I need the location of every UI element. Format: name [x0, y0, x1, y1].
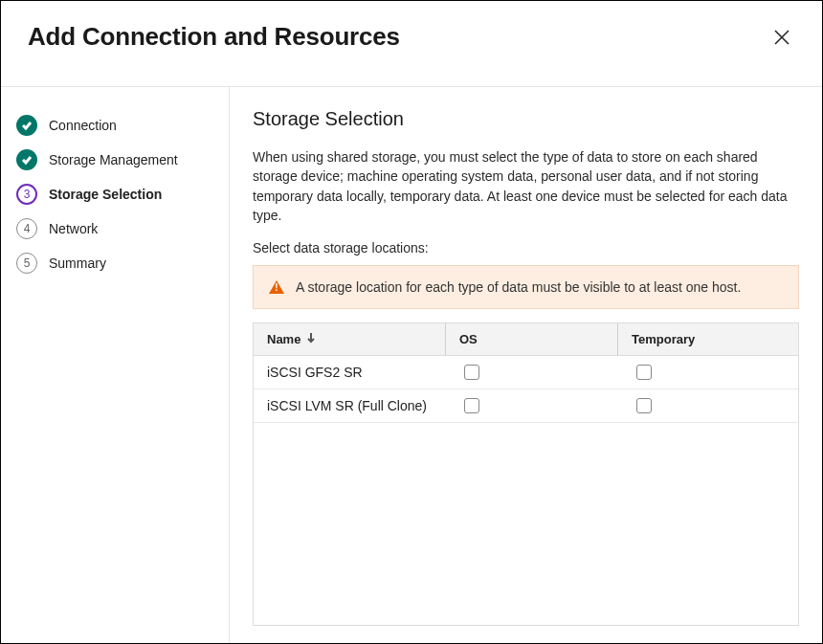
step-connection[interactable]: Connection	[16, 108, 215, 143]
warning-banner: A storage location for each type of data…	[253, 265, 799, 309]
table-header: Name OS Temporary	[254, 323, 798, 356]
step-number-icon: 4	[16, 218, 37, 239]
temp-checkbox[interactable]	[636, 365, 652, 380]
column-header-name[interactable]: Name	[254, 323, 445, 355]
column-header-os[interactable]: OS	[445, 323, 617, 355]
warning-text: A storage location for each type of data…	[296, 279, 741, 295]
temp-checkbox[interactable]	[636, 398, 652, 413]
cell-name: iSCSI GFS2 SR	[254, 356, 445, 389]
check-icon	[16, 149, 37, 170]
page-heading: Storage Selection	[253, 108, 799, 130]
main-panel: Storage Selection When using shared stor…	[230, 87, 822, 643]
titlebar: Add Connection and Resources	[1, 1, 822, 86]
close-icon	[772, 28, 791, 47]
table-body: iSCSI GFS2 SR iSCSI LVM SR (Full Clone)	[254, 356, 798, 625]
table-row: iSCSI GFS2 SR	[254, 356, 798, 389]
cell-temp	[617, 389, 798, 422]
step-storage-selection[interactable]: 3 Storage Selection	[16, 177, 215, 211]
close-button[interactable]	[768, 24, 795, 51]
dialog-body: Connection Storage Management 3 Storage …	[1, 86, 822, 643]
os-checkbox[interactable]	[464, 398, 479, 413]
cell-temp	[617, 356, 798, 389]
dialog-title: Add Connection and Resources	[28, 22, 400, 52]
step-number-icon: 5	[16, 253, 37, 274]
step-storage-management[interactable]: Storage Management	[16, 143, 215, 177]
step-summary[interactable]: 5 Summary	[16, 246, 215, 280]
step-label: Summary	[49, 255, 106, 271]
table-row: iSCSI LVM SR (Full Clone)	[254, 389, 798, 423]
column-header-temporary[interactable]: Temporary	[617, 323, 798, 355]
check-icon	[16, 115, 37, 136]
warning-icon	[269, 280, 284, 294]
step-label: Connection	[49, 118, 117, 133]
os-checkbox[interactable]	[464, 365, 479, 380]
wizard-sidebar: Connection Storage Management 3 Storage …	[1, 87, 230, 643]
dialog-window: Add Connection and Resources Connection …	[0, 0, 823, 644]
step-number-icon: 3	[16, 184, 37, 205]
cell-os	[445, 356, 617, 389]
arrow-down-icon	[306, 332, 316, 346]
step-label: Storage Management	[49, 152, 178, 167]
column-label: Name	[267, 332, 300, 346]
column-label: Temporary	[632, 332, 695, 346]
cell-name: iSCSI LVM SR (Full Clone)	[254, 389, 445, 422]
page-description: When using shared storage, you must sele…	[253, 147, 799, 225]
cell-os	[445, 389, 617, 422]
page-subdescription: Select data storage locations:	[253, 240, 799, 255]
step-network[interactable]: 4 Network	[16, 211, 215, 246]
column-label: OS	[459, 332, 478, 346]
step-label: Network	[49, 221, 98, 236]
storage-table: Name OS Temporary iSCSI GFS2 SR	[253, 322, 799, 626]
step-label: Storage Selection	[49, 187, 162, 202]
